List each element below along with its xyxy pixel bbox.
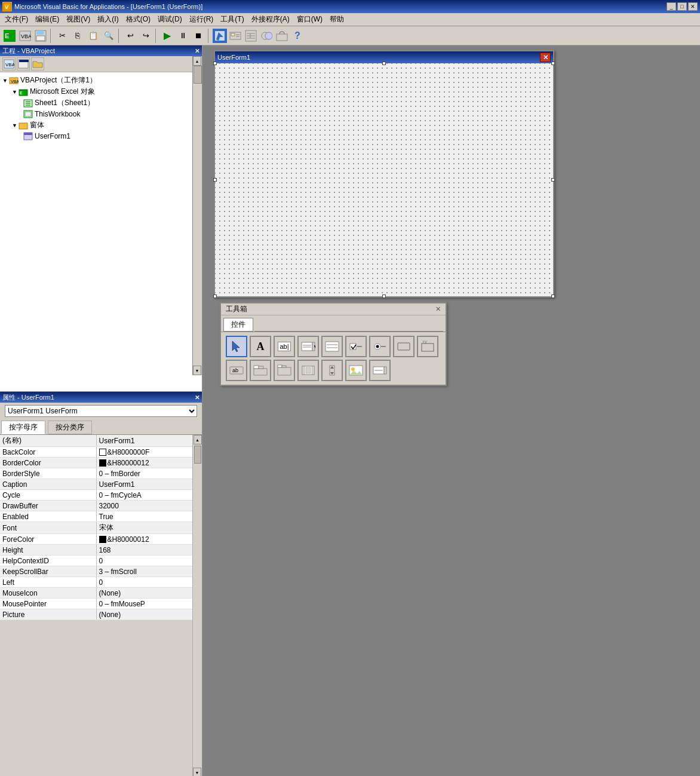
project-close-button[interactable]: ✕ bbox=[195, 48, 199, 54]
excel-icon-btn[interactable]: E bbox=[2, 29, 17, 43]
resize-handle-ml[interactable] bbox=[213, 178, 217, 182]
props-row[interactable]: BorderColor&H80000012 bbox=[0, 458, 192, 468]
prop-value-cell[interactable]: (None) bbox=[96, 588, 192, 599]
prop-value-cell[interactable]: UserForm1 bbox=[96, 435, 192, 447]
folder-tb-btn[interactable] bbox=[31, 57, 44, 70]
prop-value-cell[interactable]: &H80000012 bbox=[96, 458, 192, 468]
props-scrollbar[interactable]: ▲ ▼ bbox=[192, 435, 202, 776]
props-row[interactable]: Left0 bbox=[0, 577, 192, 588]
toolbox-close-button[interactable]: ✕ bbox=[435, 305, 441, 313]
help-btn[interactable]: ? bbox=[290, 29, 305, 43]
menu-view[interactable]: 视图(V) bbox=[63, 13, 94, 26]
props-row[interactable]: (名称)UserForm1 bbox=[0, 435, 192, 447]
props-row[interactable]: Picture(None) bbox=[0, 609, 192, 620]
multipage-tool-btn[interactable] bbox=[274, 360, 295, 381]
close-button[interactable]: ✕ bbox=[688, 2, 698, 11]
tree-item-sheet1[interactable]: Sheet1（Sheet1） bbox=[1, 97, 192, 109]
resize-handle-br[interactable] bbox=[551, 295, 555, 298]
maximize-button[interactable]: □ bbox=[677, 2, 687, 11]
resize-handle-bc[interactable] bbox=[382, 295, 386, 298]
prop-value-cell[interactable]: 32000 bbox=[96, 501, 192, 511]
view-form-tb-btn[interactable] bbox=[17, 57, 30, 70]
props-object-select[interactable]: UserForm1 UserForm bbox=[5, 405, 197, 417]
props-scroll-thumb[interactable] bbox=[194, 446, 201, 464]
copy-btn[interactable]: ⎘ bbox=[70, 29, 85, 43]
select-tool-btn[interactable] bbox=[226, 336, 247, 357]
prop-value-cell[interactable]: 0 – fmCycleA bbox=[96, 490, 192, 501]
props-row[interactable]: HelpContextID0 bbox=[0, 556, 192, 566]
props-scroll-down[interactable]: ▼ bbox=[193, 768, 201, 776]
props-row[interactable]: BorderStyle0 – fmBorder bbox=[0, 468, 192, 479]
break-btn[interactable]: ⏸ bbox=[176, 29, 190, 43]
menu-format[interactable]: 格式(O) bbox=[122, 13, 154, 26]
minimize-button[interactable]: _ bbox=[667, 2, 676, 11]
prop-value-cell[interactable]: (None) bbox=[96, 609, 192, 620]
paste-btn[interactable]: 📋 bbox=[86, 29, 100, 43]
prop-value-cell[interactable]: 0 – fmMouseP bbox=[96, 599, 192, 609]
tree-item-vbaproject[interactable]: ▼ VBA VBAProject（工作簿1） bbox=[1, 75, 192, 86]
spinbutton-tool-btn[interactable] bbox=[321, 360, 343, 381]
menu-insert[interactable]: 插入(I) bbox=[94, 13, 122, 26]
resize-handle-mr[interactable] bbox=[551, 178, 555, 182]
props-tab-categorized[interactable]: 按分类序 bbox=[48, 421, 92, 434]
props-row[interactable]: BackColor&H8000000F bbox=[0, 447, 192, 458]
tree-item-thisworkbook[interactable]: ThisWorkbook bbox=[1, 109, 192, 119]
prop-value-cell[interactable]: True bbox=[96, 511, 192, 522]
props-row[interactable]: EnabledTrue bbox=[0, 511, 192, 522]
resize-handle-tr[interactable] bbox=[551, 62, 555, 65]
prop-value-cell[interactable]: 宋体 bbox=[96, 522, 192, 534]
image-tool-btn[interactable] bbox=[345, 360, 367, 381]
redo-btn[interactable]: ↪ bbox=[139, 29, 153, 43]
menu-window[interactable]: 窗口(W) bbox=[293, 13, 326, 26]
cut-btn[interactable]: ✂ bbox=[55, 29, 69, 43]
view-code-tb-btn[interactable]: VBA bbox=[2, 57, 16, 70]
props-btn[interactable] bbox=[244, 29, 258, 43]
props-tab-alphabetic[interactable]: 按字母序 bbox=[1, 421, 45, 434]
prop-value-cell[interactable]: UserForm1 bbox=[96, 479, 192, 490]
view-code-btn[interactable]: VBA bbox=[18, 29, 32, 43]
prop-value-cell[interactable]: 0 – fmBorder bbox=[96, 468, 192, 479]
find-btn[interactable]: 🔍 bbox=[102, 29, 116, 43]
props-row[interactable]: ForeColor&H80000012 bbox=[0, 534, 192, 545]
project-scrollbar[interactable]: ▲ ▼ bbox=[192, 56, 202, 375]
resize-handle-tc[interactable] bbox=[382, 62, 386, 65]
prop-value-cell[interactable]: 3 – fmScroll bbox=[96, 566, 192, 577]
design-btn[interactable] bbox=[213, 29, 227, 43]
objectbrowser-btn[interactable] bbox=[259, 29, 274, 43]
toolbox-btn[interactable] bbox=[275, 29, 289, 43]
label-tool-btn[interactable]: A bbox=[250, 336, 271, 357]
run-btn[interactable]: ▶ bbox=[160, 29, 174, 43]
tabstrip-tool-btn[interactable] bbox=[250, 360, 271, 381]
combobox-tool-btn[interactable]: ▼ bbox=[297, 336, 319, 357]
resize-handle-bl[interactable] bbox=[213, 295, 217, 298]
scroll-down-arrow[interactable]: ▼ bbox=[193, 366, 201, 375]
tree-item-excel-objects[interactable]: ▼ E Microsoft Excel 对象 bbox=[1, 86, 192, 97]
prop-value-cell[interactable]: 0 bbox=[96, 577, 192, 588]
togglebutton-tool-btn[interactable] bbox=[393, 336, 415, 357]
menu-addins[interactable]: 外接程序(A) bbox=[248, 13, 293, 26]
props-row[interactable]: Font宋体 bbox=[0, 522, 192, 534]
props-row[interactable]: Cycle0 – fmCycleA bbox=[0, 490, 192, 501]
props-row[interactable]: CaptionUserForm1 bbox=[0, 479, 192, 490]
checkbox-tool-btn[interactable] bbox=[345, 336, 367, 357]
prop-value-cell[interactable]: 0 bbox=[96, 556, 192, 566]
scrollbar-tool-btn[interactable] bbox=[297, 360, 319, 381]
props-row[interactable]: DrawBuffer32000 bbox=[0, 501, 192, 511]
menu-file[interactable]: 文件(F) bbox=[1, 13, 32, 26]
userform-close-button[interactable]: ✕ bbox=[540, 53, 551, 62]
save-btn[interactable] bbox=[33, 29, 48, 43]
undo-btn[interactable]: ↩ bbox=[123, 29, 137, 43]
tree-item-userform1[interactable]: UserForm1 bbox=[1, 131, 192, 142]
props-close-button[interactable]: ✕ bbox=[195, 394, 199, 401]
props-row[interactable]: Height168 bbox=[0, 545, 192, 556]
menu-debug[interactable]: 调试(D) bbox=[154, 13, 186, 26]
props-row[interactable]: MouseIcon(None) bbox=[0, 588, 192, 599]
tree-item-forms[interactable]: ▼ 窗体 bbox=[1, 119, 192, 131]
prop-value-cell[interactable]: &H80000012 bbox=[96, 534, 192, 545]
scroll-thumb[interactable] bbox=[194, 66, 202, 84]
frame-tool-btn[interactable]: xy bbox=[417, 336, 438, 357]
menu-edit[interactable]: 编辑(E) bbox=[32, 13, 63, 26]
menu-run[interactable]: 运行(R) bbox=[186, 13, 217, 26]
menu-tools[interactable]: 工具(T) bbox=[217, 13, 247, 26]
listbox-tool-btn[interactable] bbox=[321, 336, 343, 357]
